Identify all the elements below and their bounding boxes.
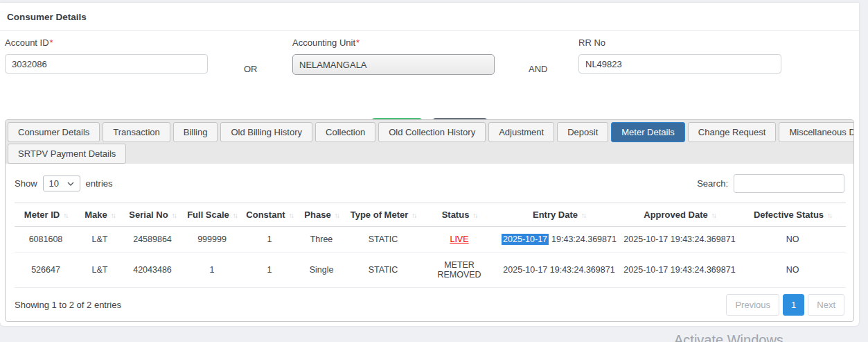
rr-no-group: RR No [578,37,781,74]
sort-icon: ↑↓ [581,212,585,219]
cell-type-of-meter: STATIC [346,227,420,253]
search-input[interactable] [734,174,844,193]
chevron-down-icon [67,182,74,186]
column-header-defective-status[interactable]: Defective Status↑↓ [739,203,846,227]
meter-details-tab-content: Show 10 entries Search: [6,165,853,316]
cell-full-scale: 999999 [182,227,242,253]
entries-info: Showing 1 to 2 of 2 entries [15,300,121,310]
tab-meter-details[interactable]: Meter Details [611,122,685,142]
sort-icon: ↑↓ [335,212,339,219]
accounting-unit-field[interactable] [292,54,495,75]
cell-status: LIVE [420,227,498,253]
tab-strip: Consumer Details Transaction Billing Old… [6,120,853,164]
meter-details-table: Meter ID↑↓ Make↑↓ Serial No↑↓ Full Scale… [15,203,846,288]
tab-adjustment[interactable]: Adjustment [488,122,554,142]
cell-type-of-meter: STATIC [346,253,420,288]
or-label: OR [244,64,258,74]
tab-change-request[interactable]: Change Request [688,122,777,142]
tab-consumer-details[interactable]: Consumer Details [8,122,100,142]
tab-deposit[interactable]: Deposit [557,122,608,142]
column-header-serial-no[interactable]: Serial No↑↓ [123,203,182,227]
show-label: Show [15,178,37,189]
cell-serial-no: 42043486 [123,253,182,288]
column-header-entry-date[interactable]: Entry Date↑↓ [498,203,620,227]
sort-icon: ↑↓ [63,212,67,219]
tab-miscellaneous-demand[interactable]: Miscellaneous Demand [779,122,854,142]
cell-meter-id: 526647 [15,253,77,288]
cell-defective-status: NO [739,227,846,253]
sort-icon: ↑↓ [111,212,115,219]
tab-row-2: SRTPV Payment Details [8,144,851,164]
cell-serial-no: 24589864 [123,227,182,253]
rr-no-label: RR No [578,37,781,48]
sort-icon: ↑↓ [711,212,716,219]
cell-entry-date: 2025-10-1719:43:24.369871 [498,227,620,253]
required-asterisk: * [356,37,360,48]
column-header-full-scale[interactable]: Full Scale↑↓ [182,203,242,227]
table-footer: Showing 1 to 2 of 2 entries Previous 1 N… [15,294,844,316]
sort-icon: ↑↓ [827,212,831,219]
cell-defective-status: NO [739,253,846,288]
cell-status: METER REMOVED [420,253,498,288]
cell-full-scale: 1 [182,253,242,288]
account-id-label: Account ID* [5,37,208,48]
tab-collection[interactable]: Collection [315,122,375,142]
consumer-details-card: Consumer Details Account ID* OR Accounti… [0,3,859,326]
account-id-group: Account ID* [5,37,208,74]
accounting-unit-group: Accounting Unit* [292,37,495,75]
search-label: Search: [697,178,728,189]
cell-entry-date: 2025-10-17 19:43:24.369871 [498,253,620,288]
column-header-approved-date[interactable]: Approved Date↑↓ [620,203,739,227]
cell-approved-date: 2025-10-17 19:43:24.369871 [620,253,739,288]
column-header-constant[interactable]: Constant↑↓ [242,203,297,227]
column-header-make[interactable]: Make↑↓ [77,203,123,227]
table-row: 6081608 L&T 24589864 999999 1 Three STAT… [15,227,846,253]
tab-billing[interactable]: Billing [173,122,218,142]
cell-approved-date: 2025-10-17 19:43:24.369871 [620,227,739,253]
tab-srtpv-payment-details[interactable]: SRTPV Payment Details [8,144,126,164]
cell-phase: Three [297,227,346,253]
sort-icon: ↑↓ [472,212,477,219]
table-row: 526647 L&T 42043486 1 1 Single STATIC ME… [15,253,846,288]
sort-icon: ↑↓ [289,212,293,219]
activate-windows-watermark: Activate Windows [674,332,783,342]
status-live-link[interactable]: LIVE [450,234,468,244]
cell-make: L&T [77,253,123,288]
account-id-field[interactable] [5,54,208,74]
required-asterisk: * [50,37,53,48]
page-size-group: Show 10 entries [15,176,113,191]
column-header-phase[interactable]: Phase↑↓ [297,203,346,227]
cell-constant: 1 [242,227,297,253]
page-number-button[interactable]: 1 [783,294,804,316]
column-header-meter-id[interactable]: Meter ID↑↓ [15,203,77,227]
sort-icon: ↑↓ [233,212,237,219]
page-size-select[interactable]: 10 [43,176,80,191]
sort-icon: ↑↓ [411,212,416,219]
previous-page-button[interactable]: Previous [726,294,779,316]
tab-panel: Consumer Details Transaction Billing Old… [5,119,854,322]
cell-make: L&T [77,227,123,253]
cell-constant: 1 [242,253,297,288]
tab-old-billing-history[interactable]: Old Billing History [220,122,312,142]
search-form: Account ID* OR Accounting Unit* AND RR N… [0,31,859,112]
next-page-button[interactable]: Next [808,294,844,316]
column-header-status[interactable]: Status↑↓ [420,203,498,227]
page-title: Consumer Details [7,12,87,22]
cell-meter-id: 6081608 [15,227,77,253]
table-header-row: Meter ID↑↓ Make↑↓ Serial No↑↓ Full Scale… [15,203,846,227]
cell-phase: Single [297,253,346,288]
sort-icon: ↑↓ [172,212,176,219]
tab-old-collection-history[interactable]: Old Collection History [378,122,486,142]
table-controls: Show 10 entries Search: [15,174,844,193]
tab-row-1: Consumer Details Transaction Billing Old… [8,122,851,142]
entries-label: entries [86,178,113,189]
selected-date-text: 2025-10-17 [502,234,549,245]
tab-transaction[interactable]: Transaction [103,122,170,142]
pagination: Previous 1 Next [726,294,844,316]
accounting-unit-label: Accounting Unit* [292,37,495,48]
search-group: Search: [697,174,844,193]
column-header-type-of-meter[interactable]: Type of Meter↑↓ [346,203,420,227]
and-label: AND [529,64,547,74]
card-header: Consumer Details [0,3,859,31]
rr-no-field[interactable] [578,54,781,74]
